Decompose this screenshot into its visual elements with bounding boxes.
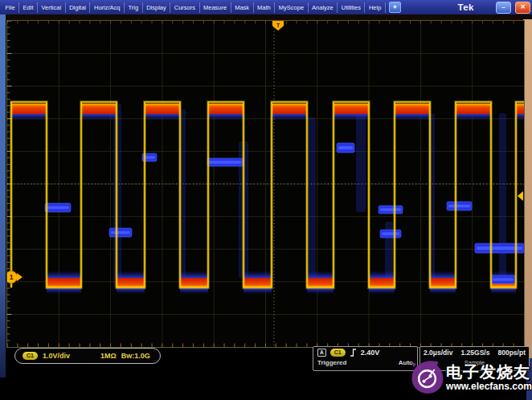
display-area: T1 C1 1.0V/div 1MΩ Bw:1.0G A C1 2.40V Tr…: [0, 14, 532, 400]
channel-scale: 1.0V/div: [43, 352, 70, 360]
menu-item-digital[interactable]: Digital: [66, 2, 91, 13]
timebase-readout[interactable]: 2.0μs/div 1.25GS/s 800ps/pt Sample: [419, 346, 530, 371]
graticule: T1: [6, 20, 525, 348]
menu-item-vertical[interactable]: Vertical: [38, 2, 66, 13]
close-button[interactable]: ✕: [515, 2, 530, 14]
menu-items: FileEditVerticalDigitalHoriz/AcqTrigDisp…: [2, 2, 386, 13]
menu-item-display[interactable]: Display: [143, 2, 171, 13]
trigger-level-marker[interactable]: [518, 191, 523, 201]
tek-logo: Tek: [458, 2, 474, 12]
trigger-source-badge: C1: [330, 349, 346, 357]
waveform-display: T1: [7, 21, 524, 347]
menu-item-measure[interactable]: Measure: [200, 2, 231, 13]
rising-edge-icon: [350, 349, 357, 357]
svg-text:T: T: [276, 22, 280, 29]
minimize-button[interactable]: –: [496, 2, 511, 14]
trigger-readout[interactable]: A C1 2.40V Triggered Auto: [313, 346, 418, 371]
menu-quick-button[interactable]: ◆: [389, 2, 401, 13]
timebase-scale: 2.0μs/div: [424, 349, 452, 357]
channel-impedance: 1MΩ: [100, 352, 117, 360]
menu-item-horizacq[interactable]: Horiz/Acq: [90, 2, 125, 13]
waveform-blue-smears: [113, 104, 506, 288]
menu-item-cursors[interactable]: Cursors: [170, 2, 199, 13]
menu-item-file[interactable]: File: [2, 2, 19, 13]
channel-readout[interactable]: C1 1.0V/div 1MΩ Bw:1.0G: [14, 348, 161, 364]
waveform-intensity-bands: [11, 104, 524, 288]
waveform-trace: [11, 102, 524, 288]
channel-1-marker[interactable]: 1: [7, 271, 23, 284]
menu-item-analyze[interactable]: Analyze: [309, 2, 338, 13]
sample-rate: 1.25GS/s: [460, 349, 489, 357]
menu-item-mask[interactable]: Mask: [231, 2, 254, 13]
menu-item-help[interactable]: Help: [365, 2, 385, 13]
channel-badge: C1: [23, 352, 38, 360]
channel-bandwidth: Bw:1.0G: [121, 352, 150, 360]
menu-item-utilities[interactable]: Utilities: [338, 2, 365, 13]
menu-bar: FileEditVerticalDigitalHoriz/AcqTrigDisp…: [0, 0, 532, 14]
menu-item-math[interactable]: Math: [254, 2, 276, 13]
oscilloscope-screen: FileEditVerticalDigitalHoriz/AcqTrigDisp…: [0, 0, 532, 400]
svg-text:1: 1: [10, 273, 14, 281]
sample-resolution: 800ps/pt: [498, 349, 526, 357]
trigger-mode: Auto: [399, 359, 413, 366]
top-edge: [6, 14, 532, 20]
menu-item-edit[interactable]: Edit: [19, 2, 38, 13]
left-edge-strip: [0, 14, 6, 378]
menu-item-myscope[interactable]: MyScope: [275, 2, 308, 13]
acquisition-mode: Sample: [424, 359, 526, 366]
trigger-status: Triggered: [317, 359, 346, 366]
menu-item-trig[interactable]: Trig: [125, 2, 143, 13]
trigger-system-label: A: [317, 349, 326, 357]
trigger-level: 2.40V: [361, 349, 380, 357]
